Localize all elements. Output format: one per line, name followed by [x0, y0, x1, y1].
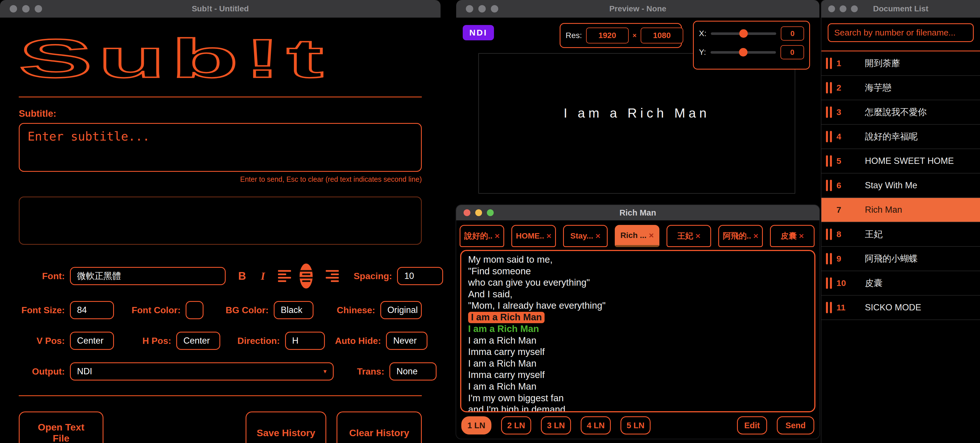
doc-row[interactable]: 7Rich Man: [821, 198, 980, 222]
direction-value[interactable]: H: [285, 332, 325, 350]
x-slider[interactable]: [711, 32, 776, 35]
maximize-window-icon[interactable]: [35, 5, 42, 13]
output-select[interactable]: NDI ▾: [70, 362, 334, 381]
tab-close-icon[interactable]: ×: [695, 231, 701, 241]
subtitle-input[interactable]: [19, 123, 422, 172]
align-left-button[interactable]: [278, 270, 291, 282]
trans-value[interactable]: None: [390, 362, 437, 381]
search-input[interactable]: [828, 23, 974, 42]
italic-button[interactable]: I: [261, 270, 265, 282]
lyric-line[interactable]: I am a Rich Man: [468, 381, 808, 392]
lyric-line[interactable]: I am a Rich Man: [468, 323, 808, 335]
lyric-line[interactable]: I'm my own biggest fan: [468, 392, 808, 404]
lyric-line[interactable]: Imma carry myself: [468, 369, 808, 381]
lyric-line[interactable]: Imma carry myself: [468, 346, 808, 358]
doc-row[interactable]: 3怎麼說我不愛你: [821, 100, 980, 125]
minimize-window-icon[interactable]: [475, 209, 482, 216]
tab[interactable]: Stay...×: [563, 225, 608, 247]
tab[interactable]: Rich ...×: [615, 225, 659, 247]
autohide-value[interactable]: Never: [386, 332, 428, 350]
open-text-file-button[interactable]: Open Text File: [19, 411, 103, 443]
lyric-line[interactable]: And I said,: [468, 289, 808, 300]
line-count-button[interactable]: 3 LN: [541, 416, 571, 435]
bg-color-value[interactable]: Black: [274, 301, 313, 319]
tab[interactable]: 王妃×: [667, 225, 711, 247]
lyric-line[interactable]: I am a Rich Man: [468, 335, 808, 346]
lyric-line[interactable]: I am a Rich Man: [468, 311, 808, 323]
close-window-icon[interactable]: [828, 5, 835, 12]
minimize-window-icon[interactable]: [22, 5, 30, 13]
divider: [19, 395, 422, 396]
edit-button[interactable]: Edit: [737, 416, 767, 435]
align-left-icon: [278, 270, 291, 282]
line-count-button[interactable]: 5 LN: [620, 416, 651, 435]
tab-close-icon[interactable]: ×: [495, 231, 500, 241]
resolution-group: Res: ×: [560, 23, 682, 48]
tab-close-icon[interactable]: ×: [547, 231, 552, 241]
spacing-input[interactable]: [397, 267, 443, 285]
tab[interactable]: 皮囊×: [770, 225, 815, 247]
y-slider-thumb[interactable]: [739, 48, 748, 57]
lyrics-box[interactable]: My mom said to me,"Find someonewho can g…: [460, 250, 815, 412]
doc-row[interactable]: 9阿飛的小蝴蝶: [821, 247, 980, 271]
close-window-icon[interactable]: [10, 5, 17, 13]
doc-row-grip-icon: [826, 253, 832, 264]
clear-history-button[interactable]: Clear History: [337, 411, 422, 443]
lyric-line[interactable]: I am a Rich Man: [468, 358, 808, 370]
minimize-window-icon[interactable]: [478, 5, 486, 13]
close-window-icon[interactable]: [466, 5, 473, 13]
vpos-value[interactable]: Center: [70, 332, 114, 350]
bold-button[interactable]: B: [238, 270, 246, 282]
save-history-button[interactable]: Save History: [245, 411, 326, 443]
doc-row[interactable]: 8王妃: [821, 222, 980, 247]
tab-close-icon[interactable]: ×: [799, 231, 804, 241]
x-value[interactable]: 0: [781, 26, 804, 41]
maximize-window-icon[interactable]: [487, 209, 494, 216]
font-color-swatch[interactable]: [186, 301, 203, 319]
doc-row-grip-icon: [826, 106, 832, 118]
tab-close-icon[interactable]: ×: [754, 231, 759, 241]
tab-close-icon[interactable]: ×: [649, 230, 654, 240]
align-center-button[interactable]: [299, 264, 313, 289]
line-count-button[interactable]: 2 LN: [501, 416, 531, 435]
doc-row[interactable]: 10皮囊: [821, 271, 980, 295]
tab[interactable]: 阿飛的..×: [718, 225, 763, 247]
y-value[interactable]: 0: [781, 45, 804, 59]
divider: [19, 97, 422, 97]
tab[interactable]: HOME..×: [511, 225, 556, 247]
tab[interactable]: 說好的..×: [460, 225, 504, 247]
lyric-line[interactable]: "Find someone: [468, 265, 808, 277]
preview-canvas: I am a Rich Man: [478, 53, 795, 194]
align-right-button[interactable]: [326, 270, 339, 282]
doc-row[interactable]: 5HOME SWEET HOME: [821, 149, 980, 173]
doc-row[interactable]: 6Stay With Me: [821, 173, 980, 198]
doc-row-number: 7: [837, 205, 855, 215]
lyric-line[interactable]: My mom said to me,: [468, 254, 808, 265]
doc-row[interactable]: 11SICKO MODE: [821, 295, 980, 320]
close-window-icon[interactable]: [464, 209, 470, 216]
doc-row[interactable]: 1開到荼蘼: [821, 51, 980, 76]
res-width-input[interactable]: [586, 27, 629, 43]
doc-row[interactable]: 4說好的幸福呢: [821, 125, 980, 149]
doc-row-number: 6: [837, 181, 855, 190]
line-count-button[interactable]: 4 LN: [581, 416, 611, 435]
font-size-input[interactable]: [70, 301, 114, 319]
hpos-label: H Pos:: [142, 336, 171, 346]
lyric-line[interactable]: and I'm high in demand: [468, 404, 808, 412]
line-count-button[interactable]: 1 LN: [461, 416, 492, 435]
lyric-line[interactable]: "Mom, I already have everything": [468, 300, 808, 311]
send-button[interactable]: Send: [777, 416, 814, 435]
minimize-window-icon[interactable]: [840, 5, 846, 12]
doc-row[interactable]: 2海芋戀: [821, 76, 980, 100]
y-slider[interactable]: [711, 51, 776, 54]
hpos-value[interactable]: Center: [176, 332, 220, 350]
tab-close-icon[interactable]: ×: [595, 231, 601, 241]
maximize-window-icon[interactable]: [491, 5, 498, 13]
font-name-input[interactable]: [70, 267, 226, 285]
lyric-line[interactable]: who can give you everything": [468, 277, 808, 289]
chinese-value[interactable]: Original: [380, 301, 422, 319]
x-slider-thumb[interactable]: [739, 29, 748, 38]
doc-row-number: 4: [837, 132, 855, 141]
maximize-window-icon[interactable]: [851, 5, 858, 12]
res-height-input[interactable]: [641, 27, 683, 43]
